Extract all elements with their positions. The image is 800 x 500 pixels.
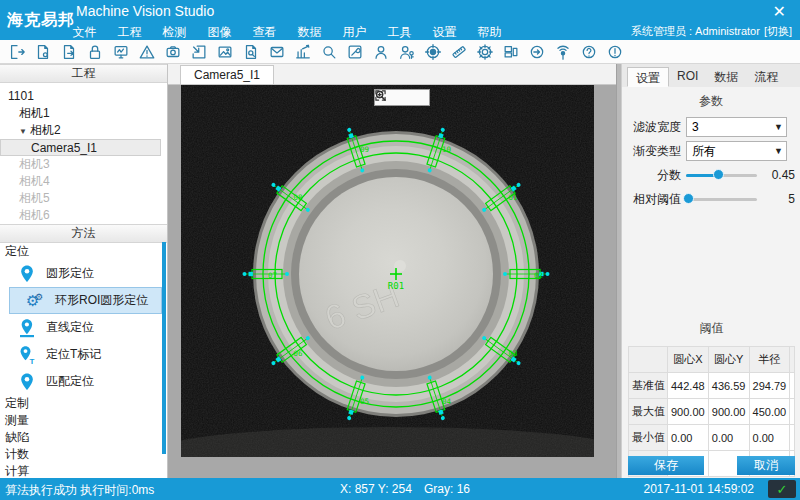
table-cell[interactable]: 450.00 — [749, 399, 789, 425]
slider-thumb[interactable] — [683, 193, 694, 204]
param-label: 分数 — [627, 167, 681, 184]
caliper-label: 09 — [360, 145, 369, 154]
table-cell[interactable]: 900.00 — [668, 399, 709, 425]
mail-icon[interactable] — [264, 41, 290, 63]
about-icon[interactable] — [602, 41, 628, 63]
tab-流程[interactable]: 流程 — [746, 67, 786, 87]
table-cell[interactable]: 436.59 — [708, 373, 749, 399]
left-panel: 工程 1101相机1▼相机2Camera5_I1相机3相机4相机5相机6 方法 … — [0, 64, 168, 478]
run-icon[interactable] — [524, 41, 550, 63]
tree-item-相机5[interactable]: 相机5 — [0, 190, 167, 207]
report-icon[interactable] — [238, 41, 264, 63]
pin-line-icon — [17, 318, 37, 338]
method-label: 直线定位 — [46, 319, 94, 336]
table-row: 最大值900.00900.00450.00 — [629, 399, 795, 425]
method-item-匹配定位[interactable]: 匹配定位 — [0, 368, 162, 395]
zoom-out-icon[interactable] — [396, 91, 409, 104]
viewer-tab-camera5[interactable]: Camera5_I1 — [180, 65, 274, 84]
fit-screen-icon[interactable] — [414, 91, 427, 104]
table-cell[interactable]: 0.00 — [668, 425, 709, 451]
tab-ROI[interactable]: ROI — [669, 67, 706, 87]
tab-设置[interactable]: 设置 — [627, 67, 669, 87]
table-cell[interactable]: 0.00 — [708, 425, 749, 451]
network-icon[interactable] — [550, 41, 576, 63]
project-export-icon[interactable] — [56, 41, 82, 63]
method-category-计算[interactable]: 计算 — [0, 463, 167, 478]
method-item-直线定位[interactable]: 直线定位 — [0, 314, 162, 341]
methods-scrollbar[interactable] — [162, 242, 166, 454]
相对阈值-slider[interactable] — [686, 190, 757, 208]
exit-icon[interactable] — [4, 41, 30, 63]
param-label: 相对阈值 — [627, 191, 681, 208]
tools-icon[interactable] — [342, 41, 368, 63]
chevron-down-icon[interactable]: ▼ — [774, 118, 783, 136]
method-category-缺陷[interactable]: 缺陷 — [0, 429, 167, 446]
tree-item-1101[interactable]: 1101 — [0, 88, 167, 105]
tab-数据[interactable]: 数据 — [706, 67, 746, 87]
statistics-icon[interactable] — [290, 41, 316, 63]
import-icon[interactable] — [186, 41, 212, 63]
table-header — [629, 347, 668, 373]
table-cell[interactable]: 294.79 — [749, 373, 789, 399]
tree-item-相机6[interactable]: 相机6 — [0, 207, 167, 224]
main-area: 工程 1101相机1▼相机2Camera5_I1相机3相机4相机5相机6 方法 … — [0, 64, 800, 478]
table-row: 基准值442.48436.59294.79 — [629, 373, 795, 399]
method-category-测量[interactable]: 测量 — [0, 412, 167, 429]
permission-icon[interactable] — [394, 41, 420, 63]
tree-item-相机2[interactable]: ▼相机2 — [0, 122, 167, 139]
渐变类型-dropdown[interactable]: 所有▼ — [686, 141, 787, 161]
tree-item-label: 相机4 — [19, 174, 50, 188]
chevron-down-icon[interactable]: ▼ — [774, 142, 783, 160]
monitor-icon[interactable] — [108, 41, 134, 63]
table-cell[interactable]: 442.48 — [668, 373, 709, 399]
settings-gear-icon[interactable] — [472, 41, 498, 63]
params-section-header: 参数 — [622, 87, 800, 115]
ruler-icon[interactable] — [446, 41, 472, 63]
status-bar: 算法执行成功 执行时间:0ms X: 857 Y: 254 Gray: 16 2… — [0, 478, 800, 500]
caliper-label: 10 — [442, 145, 452, 154]
camera-image-canvas: 6 SH 02011009080706050403R01 — [181, 85, 594, 457]
table-cell[interactable]: 900.00 — [708, 399, 749, 425]
tree-item-相机1[interactable]: 相机1 — [0, 105, 167, 122]
user-icon[interactable] — [368, 41, 394, 63]
tree-item-label: Camera5_I1 — [31, 141, 97, 155]
image-icon[interactable] — [212, 41, 238, 63]
expand-arrow-icon[interactable]: ▼ — [19, 127, 27, 136]
warning-icon[interactable] — [134, 41, 160, 63]
tree-item-Camera5_I1[interactable]: Camera5_I1 — [0, 139, 161, 156]
slider-thumb[interactable] — [713, 169, 724, 180]
help-icon[interactable] — [576, 41, 602, 63]
camera-icon[interactable] — [160, 41, 186, 63]
tree-item-相机3[interactable]: 相机3 — [0, 156, 167, 173]
param-row-分数: 分数0.45 — [622, 163, 800, 187]
roi-center-label: R01 — [388, 281, 404, 291]
method-item-环形ROI圆形定位[interactable]: ⚙⚙环形ROI圆形定位 — [9, 287, 162, 314]
分数-slider[interactable] — [686, 166, 757, 184]
methods-list: 定位圆形定位⚙⚙环形ROI圆形定位直线定位T定位T标记匹配定位定制测量缺陷计数计… — [0, 243, 167, 478]
method-category-定位[interactable]: 定位 — [0, 243, 167, 260]
switch-user-link[interactable]: [切换] — [764, 25, 792, 37]
lock-icon[interactable] — [82, 41, 108, 63]
tree-item-相机4[interactable]: 相机4 — [0, 173, 167, 190]
project-settings-icon[interactable] — [30, 41, 56, 63]
cancel-button[interactable]: 取消 — [737, 456, 795, 475]
title-bar: 海克易邦 Machine Vision Studio ✕ 文件工程检测图像查看数… — [0, 0, 800, 40]
method-category-定制[interactable]: 定制 — [0, 395, 167, 412]
method-item-定位T标记[interactable]: T定位T标记 — [0, 341, 162, 368]
slider-track — [686, 198, 757, 201]
method-category-计数[interactable]: 计数 — [0, 446, 167, 463]
滤波宽度-dropdown[interactable]: 3▼ — [686, 117, 787, 137]
table-cell[interactable]: 0.00 — [749, 425, 789, 451]
camera-image[interactable]: 6 SH 02011009080706050403R01 — [181, 85, 594, 457]
user-info: 系统管理员 : Administrator[切换] — [631, 24, 792, 39]
method-item-圆形定位[interactable]: 圆形定位 — [0, 260, 162, 287]
search-icon[interactable] — [316, 41, 342, 63]
status-check-icon[interactable]: ✓ — [768, 480, 796, 498]
project-tree: 1101相机1▼相机2Camera5_I1相机3相机4相机5相机6 — [0, 83, 167, 224]
layout-icon[interactable] — [498, 41, 524, 63]
dropdown-value: 3 — [692, 120, 699, 134]
project-panel-header: 工程 — [0, 64, 167, 83]
save-button[interactable]: 保存 — [628, 456, 704, 475]
target-icon[interactable] — [420, 41, 446, 63]
close-icon[interactable]: ✕ — [773, 3, 786, 21]
